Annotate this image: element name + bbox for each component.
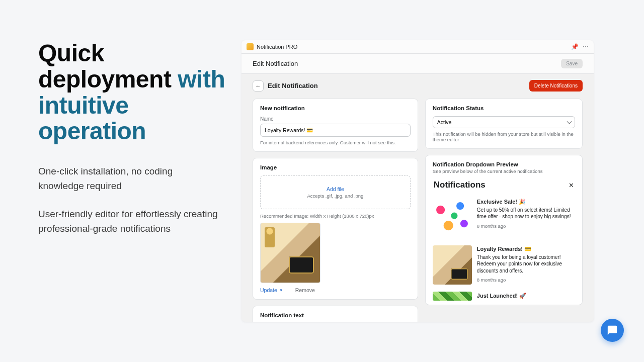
marketing-column: Quick deployment with intuitive operatio… bbox=[0, 0, 242, 362]
headline: Quick deployment with intuitive operatio… bbox=[38, 40, 226, 144]
notification-status-card: Notification Status Active This notifica… bbox=[425, 99, 583, 149]
notification-date: 8 months ago bbox=[477, 277, 575, 284]
preview-subtitle: See preview below of the current active … bbox=[433, 168, 575, 174]
notification-thumb bbox=[433, 198, 472, 237]
card-title: Notification Status bbox=[433, 105, 575, 111]
name-label: Name bbox=[260, 116, 411, 122]
notification-title: Exclusive Sale! 🎉 bbox=[477, 198, 575, 206]
delete-notifications-button[interactable]: Delete Notifications bbox=[529, 80, 583, 92]
app-window: Notification PRO 📌 ⋯ Edit Notification S… bbox=[242, 40, 594, 322]
image-dropzone[interactable]: Add file Accepts .gif, .jpg, and .png bbox=[260, 175, 411, 209]
preview-card: Notification Dropdown Preview See previe… bbox=[425, 155, 583, 305]
notification-item[interactable]: Just Launched! 🚀 bbox=[433, 289, 575, 301]
chat-icon bbox=[607, 325, 618, 336]
notification-thumb bbox=[433, 245, 472, 285]
status-select[interactable]: Active bbox=[433, 116, 575, 128]
name-input[interactable] bbox=[260, 124, 411, 137]
card-title: New notification bbox=[260, 105, 411, 111]
card-title: Notification Dropdown Preview bbox=[433, 161, 575, 167]
notification-date: 8 months ago bbox=[477, 223, 575, 230]
notification-title: Loyalty Rewards! 💳 bbox=[477, 245, 575, 253]
arrow-left-icon: ← bbox=[256, 83, 261, 89]
card-title: Image bbox=[260, 164, 411, 170]
status-hint: This notification will be hidden from yo… bbox=[433, 131, 575, 142]
app-subbar: Edit Notification Save bbox=[242, 54, 594, 74]
app-logo-icon bbox=[247, 43, 254, 50]
more-icon[interactable]: ⋯ bbox=[583, 43, 589, 50]
name-hint: For internal backend references only. Cu… bbox=[260, 140, 411, 145]
page-title: Edit Notification bbox=[268, 82, 318, 89]
notification-item[interactable]: Exclusive Sale! 🎉 Get up to 50% off on s… bbox=[433, 194, 575, 241]
back-button[interactable]: ← bbox=[253, 80, 264, 92]
recommended-size: Recommended Image: Width x Height (1880 … bbox=[260, 213, 411, 219]
notification-desc: Thank you for being a loyal customer! Re… bbox=[477, 254, 575, 275]
pin-icon[interactable]: 📌 bbox=[571, 43, 579, 50]
accepts-hint: Accepts .gif, .jpg, and .png bbox=[265, 193, 406, 199]
sub-copy-1: One-click installation, no coding knowle… bbox=[38, 164, 219, 193]
notification-text-card: Notification text bbox=[253, 306, 418, 322]
save-button[interactable]: Save bbox=[561, 59, 583, 68]
notification-thumb bbox=[433, 292, 472, 301]
chat-fab[interactable] bbox=[601, 319, 624, 342]
headline-line-1: Quick deployment bbox=[38, 40, 171, 93]
update-image-button[interactable]: Update ▼ bbox=[260, 287, 283, 293]
sub-copy-2: User-friendly editor for effortlessly cr… bbox=[38, 207, 219, 236]
notification-desc: Get up to 50% off on select items! Limit… bbox=[477, 207, 575, 220]
notification-title: Just Launched! 🚀 bbox=[477, 293, 526, 299]
caret-down-icon: ▼ bbox=[279, 288, 283, 293]
notification-item[interactable]: Loyalty Rewards! 💳 Thank you for being a… bbox=[433, 241, 575, 289]
preview-heading: Notifications bbox=[434, 180, 486, 190]
app-name: Notification PRO bbox=[257, 44, 297, 50]
new-notification-card: New notification Name For internal backe… bbox=[253, 99, 418, 152]
add-file-link[interactable]: Add file bbox=[265, 186, 406, 192]
subbar-title: Edit Notification bbox=[253, 60, 298, 67]
close-icon[interactable]: ✕ bbox=[569, 182, 574, 189]
image-thumbnail[interactable] bbox=[260, 223, 320, 283]
image-card: Image Add file Accepts .gif, .jpg, and .… bbox=[253, 158, 418, 300]
card-title: Notification text bbox=[260, 312, 411, 318]
page-titlebar: ← Edit Notification Delete Notifications bbox=[253, 80, 583, 92]
app-header: Notification PRO 📌 ⋯ bbox=[242, 40, 594, 54]
remove-image-button[interactable]: Remove bbox=[295, 287, 315, 293]
